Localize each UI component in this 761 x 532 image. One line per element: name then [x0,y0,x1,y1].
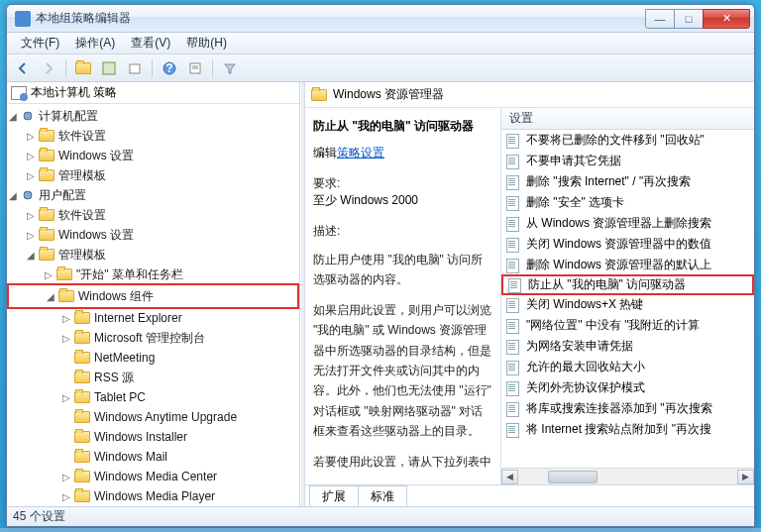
close-button[interactable]: ✕ [703,9,750,29]
expand-icon[interactable]: ▷ [25,151,37,161]
scroll-right-button[interactable]: ▶ [737,470,754,484]
tree-tabletpc[interactable]: ▷Tablet PC [7,387,299,407]
scroll-thumb[interactable] [548,471,598,483]
tree-software-settings-user[interactable]: ▷软件设置 [7,205,299,225]
list-item[interactable]: 关闭外壳协议保护模式 [501,377,754,398]
list-item[interactable]: 从 Windows 资源管理器上删除搜索 [501,213,754,234]
statusbar: 45 个设置 [7,506,754,526]
settings-list-pane: 设置 不要将已删除的文件移到 "回收站"不要申请其它凭据删除 "搜索 Inter… [501,108,754,484]
list-item[interactable]: 关闭 Windows 资源管理器中的数值 [501,234,754,255]
export-button[interactable] [123,57,147,79]
expand-icon[interactable]: ▷ [60,333,72,344]
horizontal-scrollbar[interactable]: ◀ ▶ [501,468,754,484]
list-item-label: 将库或搜索连接器添加到 "再次搜索 [526,400,712,417]
window-buttons: — □ ✕ [646,9,750,29]
scroll-track[interactable] [518,470,737,484]
minimize-button[interactable]: — [645,9,675,29]
tree-root-label: 本地计算机 策略 [31,84,117,101]
tree-user-config[interactable]: ◢用户配置 [7,185,299,205]
tree-admin-templates[interactable]: ▷管理模板 [7,165,299,185]
forward-button[interactable] [37,57,60,79]
setting-icon [505,175,521,189]
list-item-label: 关闭 Windows+X 热键 [526,296,643,313]
tree-netmeeting[interactable]: NetMeeting [7,348,299,368]
right-header-title: Windows 资源管理器 [333,86,444,103]
tree-windows-settings-user[interactable]: ▷Windows 设置 [7,225,299,245]
list-item[interactable]: 不要申请其它凭据 [501,151,754,171]
list-item[interactable]: 将 Internet 搜索站点附加到 "再次搜 [501,419,754,440]
gear-icon [21,188,35,202]
list-item[interactable]: 删除 "搜索 Internet" / "再次搜索 [501,171,754,192]
taskbar-edge [0,528,761,532]
tree-mediaplayer[interactable]: ▷Windows Media Player [7,486,299,506]
titlebar[interactable]: 本地组策略编辑器 — □ ✕ [7,5,754,33]
expand-icon[interactable]: ▷ [43,269,54,280]
expand-icon[interactable]: ▷ [25,170,37,181]
description-text-1: 防止用户使用 "我的电脑" 访问所选驱动器的内容。 [313,250,492,290]
collapse-icon[interactable]: ◢ [45,291,56,302]
expand-icon[interactable]: ▷ [60,491,72,502]
list-item[interactable]: 删除 Windows 资源管理器的默认上 [501,255,754,275]
tree-admin-templates-user[interactable]: ◢管理模板 [7,245,299,265]
folder-icon [39,130,54,142]
collapse-icon[interactable]: ◢ [7,111,19,122]
show-tree-button[interactable] [97,57,121,79]
toolbar-separator [212,59,213,77]
edit-policy-link[interactable]: 策略设置 [337,146,384,160]
tree-windows-settings[interactable]: ▷Windows 设置 [7,146,299,165]
tree-ie[interactable]: ▷Internet Explorer [7,308,299,328]
gear-icon [21,109,35,123]
tree-ms-console[interactable]: ▷Microsoft 管理控制台 [7,328,299,348]
tree-rss[interactable]: RSS 源 [7,368,299,387]
content-area: 本地计算机 策略 ◢计算机配置 ▷软件设置 ▷Windows 设置 ▷管理模板 … [7,82,754,506]
back-button[interactable] [11,57,35,79]
help-button[interactable]: ? [158,57,181,79]
list-item[interactable]: 防止从 "我的电脑" 访问驱动器 [501,274,754,295]
filter-button[interactable] [218,57,242,79]
folder-icon [39,150,54,161]
expand-icon[interactable]: ▷ [25,131,37,142]
list-item[interactable]: 关闭 Windows+X 热键 [501,294,754,315]
expand-icon[interactable]: ▷ [25,210,37,221]
description-text-2: 如果启用此设置，则用户可以浏览 "我的电脑" 或 Windows 资源管理器中所… [313,300,492,442]
list-item-label: "网络位置" 中没有 "我附近的计算 [526,317,700,334]
list-item[interactable]: 允许的最大回收站大小 [501,357,754,377]
list-item[interactable]: 将库或搜索连接器添加到 "再次搜索 [501,398,754,419]
tree-pane[interactable]: 本地计算机 策略 ◢计算机配置 ▷软件设置 ▷Windows 设置 ▷管理模板 … [7,82,300,506]
properties-button[interactable] [183,57,207,79]
tree-software-settings[interactable]: ▷软件设置 [7,126,299,146]
expand-icon[interactable]: ▷ [60,392,72,403]
tree-anytime[interactable]: Windows Anytime Upgrade [7,407,299,427]
scroll-left-button[interactable]: ◀ [501,470,518,484]
collapse-icon[interactable]: ◢ [25,250,37,261]
list-body[interactable]: 不要将已删除的文件移到 "回收站"不要申请其它凭据删除 "搜索 Internet… [501,130,754,468]
tree-mediacenter[interactable]: ▷Windows Media Center [7,467,299,486]
tree-mail[interactable]: Windows Mail [7,447,299,467]
list-item-label: 防止从 "我的电脑" 访问驱动器 [528,276,686,293]
tree-computer-config[interactable]: ◢计算机配置 [7,106,299,126]
menu-help[interactable]: 帮助(H) [178,33,235,53]
tab-extended[interactable]: 扩展 [309,485,359,506]
expand-icon[interactable]: ▷ [60,313,72,324]
maximize-button[interactable]: □ [674,9,704,29]
up-button[interactable] [71,57,95,79]
collapse-icon[interactable]: ◢ [7,190,19,201]
list-item[interactable]: 为网络安装申请凭据 [501,336,754,357]
expand-icon[interactable]: ▷ [25,230,37,241]
list-item-label: 将 Internet 搜索站点附加到 "再次搜 [526,421,711,438]
menu-view[interactable]: 查看(V) [123,33,178,53]
tree-windows-components[interactable]: ◢Windows 组件 [9,286,297,306]
tree-start-taskbar[interactable]: ▷"开始" 菜单和任务栏 [7,265,299,284]
list-item[interactable]: 不要将已删除的文件移到 "回收站" [501,130,754,151]
tree-header[interactable]: 本地计算机 策略 [7,82,299,104]
menu-file[interactable]: 文件(F) [13,33,67,53]
menu-action[interactable]: 操作(A) [67,33,123,53]
list-item[interactable]: "网络位置" 中没有 "我附近的计算 [501,315,754,336]
list-item[interactable]: 删除 "安全" 选项卡 [501,192,754,213]
tree: ◢计算机配置 ▷软件设置 ▷Windows 设置 ▷管理模板 ◢用户配置 ▷软件… [7,104,299,506]
folder-icon [58,290,74,302]
list-header[interactable]: 设置 [501,108,754,130]
tab-standard[interactable]: 标准 [358,485,407,506]
tree-installer[interactable]: Windows Installer [7,427,299,447]
expand-icon[interactable]: ▷ [60,472,72,482]
